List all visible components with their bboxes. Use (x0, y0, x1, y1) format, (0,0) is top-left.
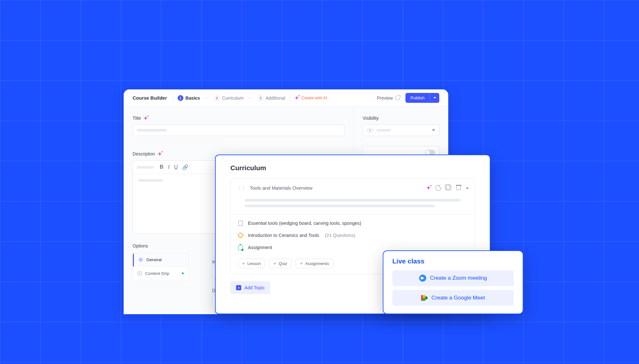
underline-icon[interactable]: U (174, 164, 178, 170)
sparkle-icon[interactable] (426, 186, 431, 190)
sparkle-icon (143, 116, 148, 120)
zoom-icon (419, 275, 426, 282)
btn-label: Add Topic (244, 285, 265, 290)
assignment-row[interactable]: Assignment (238, 245, 468, 250)
assignment-icon (238, 245, 243, 250)
chevron-down-icon (434, 97, 436, 99)
copy-icon[interactable] (446, 185, 451, 190)
step-num-3: 3 (258, 95, 263, 101)
edit-icon[interactable] (436, 185, 441, 190)
create-google-meet-button[interactable]: Create a Google Meet (392, 290, 514, 306)
add-topic-button[interactable]: + Add Topic (230, 281, 270, 294)
quiz-meta: (21 Questions) (325, 233, 355, 238)
btn-label: Assignments (305, 261, 329, 266)
format-dropdown-skeleton[interactable] (137, 166, 154, 169)
step-separator (248, 98, 253, 98)
svg-point-0 (140, 259, 142, 261)
divider (173, 95, 173, 101)
clock-icon (137, 271, 142, 276)
quiz-row[interactable]: Introduction to Ceramics and Tools (21 Q… (238, 232, 468, 238)
step-label: Curriculum (222, 95, 244, 101)
google-meet-icon (421, 295, 427, 301)
lesson-row[interactable]: Essential tools (wedging board, carving … (238, 220, 468, 226)
trash-icon[interactable] (456, 186, 461, 190)
preview-label: Preview (377, 95, 393, 101)
sparkle-icon (158, 152, 162, 156)
live-class-title: Live class (392, 257, 514, 265)
visibility-label: Visibility (363, 116, 439, 121)
link-icon[interactable]: 🔗 (182, 164, 189, 170)
btn-label: Create a Zoom meeting (430, 275, 487, 281)
add-quiz-button[interactable]: + Quiz (269, 259, 292, 268)
add-lesson-button[interactable]: + Lesson (238, 259, 265, 268)
visibility-select[interactable] (363, 125, 439, 136)
title-input[interactable] (133, 125, 344, 136)
italic-icon[interactable]: I (168, 164, 170, 170)
preview-link[interactable]: Preview (377, 95, 400, 101)
step-label: Additional (266, 95, 285, 101)
create-ai-label: Create with AI (301, 95, 327, 100)
add-assignments-button[interactable]: + Assignments (296, 259, 334, 268)
placeholder-skeleton (137, 129, 167, 132)
bold-icon[interactable]: B (160, 164, 164, 170)
content-skeleton (138, 179, 163, 182)
plus-icon: + (300, 261, 303, 266)
eye-icon (367, 128, 373, 133)
topic-header: ⋮⋮ Tools and Materials Overview (231, 178, 475, 197)
assignment-title: Assignment (248, 245, 272, 250)
publish-button-group: Publish (405, 93, 439, 103)
chevron-down-icon (432, 129, 435, 131)
desc-skeleton (245, 205, 435, 207)
lesson-icon (238, 221, 243, 226)
drag-handle-icon[interactable]: ⋮⋮ (236, 187, 245, 189)
chevron-up-icon[interactable] (466, 187, 469, 189)
title-label: Title (133, 116, 344, 121)
desc-skeleton (245, 199, 461, 201)
step-num-2: 2 (214, 95, 220, 101)
plus-icon: + (242, 261, 245, 266)
step-separator (204, 98, 210, 98)
step-additional[interactable]: 3 Additional (258, 95, 285, 101)
step-basics[interactable]: 1 Basics (178, 95, 200, 101)
step-num-1: 1 (178, 95, 183, 101)
topic-description (231, 197, 475, 214)
quiz-title: Introduction to Ceramics and Tools (248, 233, 319, 238)
tab-label: General (146, 257, 162, 262)
create-zoom-button[interactable]: Create a Zoom meeting (392, 270, 514, 286)
btn-label: Create a Google Meet (431, 295, 485, 301)
curriculum-title: Curriculum (230, 164, 475, 172)
divider (290, 95, 290, 101)
step-label: Basics (186, 95, 200, 101)
external-link-icon (396, 96, 400, 100)
option-tab-content-drip[interactable]: Content Drip (133, 267, 188, 280)
status-dot-icon (182, 272, 184, 274)
publish-button[interactable]: Publish (405, 93, 430, 103)
step-curriculum[interactable]: 2 Curriculum (214, 95, 244, 101)
plus-icon: + (273, 261, 276, 266)
publish-dropdown-button[interactable] (430, 93, 439, 103)
live-class-panel: Live class Create a Zoom meeting Create … (383, 250, 523, 314)
btn-label: Lesson (247, 261, 261, 266)
option-tab-general[interactable]: General (133, 253, 188, 267)
plus-box-icon: + (236, 285, 241, 290)
options-tabs: General Content Drip (133, 253, 189, 280)
create-with-ai-link[interactable]: Create with AI (295, 95, 327, 100)
value-skeleton (376, 129, 391, 132)
app-title: Course Builder (133, 95, 167, 101)
lesson-title: Essential tools (wedging board, carving … (248, 221, 361, 226)
tab-label: Content Drip (145, 271, 169, 276)
quiz-icon (238, 233, 243, 238)
top-bar: Course Builder 1 Basics 2 Curriculum 3 A… (124, 89, 448, 107)
topic-title[interactable]: Tools and Materials Overview (250, 185, 312, 191)
sparkle-icon (295, 96, 299, 100)
btn-label: Quiz (279, 261, 287, 266)
gear-icon (138, 257, 143, 262)
